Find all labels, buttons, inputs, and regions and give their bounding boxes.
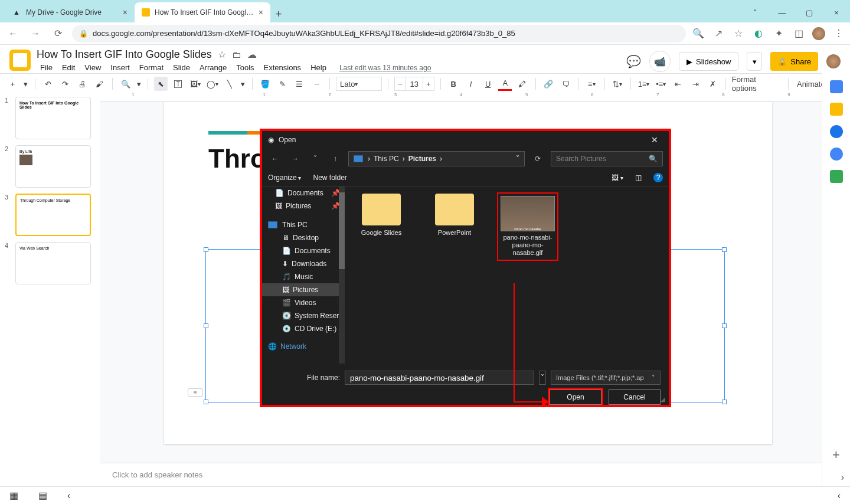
explore-collapse[interactable]: ‹ xyxy=(838,490,841,501)
tree-pictures2[interactable]: 🖼 Pictures xyxy=(262,283,345,296)
folder-google-slides[interactable]: Google Slides xyxy=(352,194,411,237)
resize-handle[interactable] xyxy=(722,400,727,404)
recent-dropdown[interactable]: ˅ xyxy=(308,152,322,166)
extension-icon[interactable]: ◐ xyxy=(752,27,765,40)
border-weight-button[interactable]: ☰ xyxy=(293,77,306,91)
folder-powerpoint[interactable]: PowerPoint xyxy=(425,194,484,237)
file-gif-selected[interactable]: Pano mo nasabe pano-mo-nasabi-paano-mo-n… xyxy=(498,194,557,260)
file-type-filter[interactable]: Image Files (*.tif;*.jfif;*.pjp;*.ap˅ xyxy=(551,371,661,385)
share-button[interactable]: 🔒 Share xyxy=(770,52,818,71)
tree-documents[interactable]: 📄 Documents 📌 xyxy=(262,186,345,199)
line-tool[interactable]: ╲ xyxy=(223,77,237,91)
resize-handle[interactable] xyxy=(722,323,727,328)
chevron-down-icon[interactable]: ˅ xyxy=(516,155,519,163)
increase-indent-button[interactable]: ⇥ xyxy=(688,77,702,91)
slides-logo[interactable] xyxy=(9,50,31,71)
help-icon[interactable]: ? xyxy=(653,173,663,182)
tree-documents2[interactable]: 📄 Documents xyxy=(262,244,345,257)
close-icon[interactable]: ✕ xyxy=(646,135,663,145)
search-input[interactable]: Search Pictures 🔍 xyxy=(551,151,663,166)
new-tab-button[interactable]: + xyxy=(270,6,287,22)
file-name-input[interactable] xyxy=(345,371,534,385)
close-icon[interactable]: × xyxy=(259,8,263,17)
slide-thumbnail-3[interactable]: Through Computer Storage xyxy=(15,194,91,236)
tree-this-pc[interactable]: This PC xyxy=(262,218,345,231)
forward-button[interactable]: → xyxy=(27,25,44,42)
menu-file[interactable]: File xyxy=(37,62,56,73)
clear-formatting-button[interactable]: ✗ xyxy=(706,77,720,91)
tree-system-reserved[interactable]: 💽 System Reserved xyxy=(262,309,345,322)
browser-tab-drive[interactable]: ▲ My Drive - Google Drive × xyxy=(5,2,135,22)
meet-icon[interactable]: 📹 xyxy=(649,51,671,72)
menu-view[interactable]: View xyxy=(81,62,104,73)
star-icon[interactable]: ☆ xyxy=(218,49,226,60)
line-dropdown[interactable]: ▾ xyxy=(240,77,246,91)
browser-tab-slides[interactable]: How To Insert GIF Into Google Sl × xyxy=(135,2,270,22)
chevron-down-icon[interactable]: ˅ xyxy=(741,2,769,22)
menu-tools[interactable]: Tools xyxy=(233,62,257,73)
refresh-button[interactable]: ⟳ xyxy=(531,152,545,166)
speaker-notes[interactable]: Click to add speaker notes xyxy=(100,463,822,486)
add-comment-button[interactable]: 🗨 xyxy=(559,77,573,91)
font-family-select[interactable]: Lato xyxy=(336,77,382,91)
undo-button[interactable]: ↶ xyxy=(41,77,55,91)
view-button[interactable]: 🖼 xyxy=(612,174,623,182)
decrease-indent-button[interactable]: ⇤ xyxy=(671,77,685,91)
open-button[interactable]: Open xyxy=(550,390,601,405)
fill-color-button[interactable]: 🪣 xyxy=(259,77,272,91)
slideshow-button[interactable]: ▶ Slideshow xyxy=(679,52,738,71)
back-button[interactable]: ← xyxy=(268,152,282,166)
tree-network[interactable]: 🌐 Network xyxy=(262,340,345,353)
shape-tool[interactable]: ◯ xyxy=(206,77,220,91)
extensions-icon[interactable]: ✦ xyxy=(772,27,785,40)
highlight-button[interactable]: 🖍 xyxy=(515,77,529,91)
tree-music[interactable]: 🎵 Music xyxy=(262,270,345,283)
slide-thumbnail-4[interactable]: Via Web Search xyxy=(15,242,91,284)
sidepanel-icon[interactable]: ◫ xyxy=(792,27,805,40)
slideshow-dropdown[interactable]: ▾ xyxy=(747,52,762,71)
menu-slide[interactable]: Slide xyxy=(169,62,194,73)
resize-grip[interactable]: ◢ xyxy=(661,396,665,402)
new-slide-button[interactable]: + xyxy=(6,77,19,91)
last-edit-text[interactable]: Last edit was 13 minutes ago xyxy=(336,63,434,73)
keep-icon[interactable] xyxy=(830,103,843,116)
contacts-icon[interactable] xyxy=(830,148,843,161)
organize-button[interactable]: Organize xyxy=(268,174,301,182)
close-icon[interactable]: × xyxy=(823,2,850,22)
reload-button[interactable]: ⟳ xyxy=(50,25,66,42)
share-icon[interactable]: ↗ xyxy=(712,27,725,40)
tasks-icon[interactable] xyxy=(830,125,843,138)
slide-thumbnail-2[interactable]: By Life xyxy=(15,145,91,188)
path-bar[interactable]: › This PC › Pictures › ˅ xyxy=(348,151,525,166)
font-size-input[interactable]: 13 xyxy=(406,77,423,91)
menu-format[interactable]: Format xyxy=(136,62,167,73)
scrollbar-thumb[interactable] xyxy=(339,192,345,269)
path-segment[interactable]: This PC xyxy=(374,155,399,163)
image-tool[interactable]: 🖼 xyxy=(188,77,202,91)
side-panel-collapse[interactable]: › xyxy=(841,472,844,483)
italic-button[interactable]: I xyxy=(464,77,478,91)
menu-insert[interactable]: Insert xyxy=(107,62,133,73)
line-spacing-button[interactable]: ⇅ xyxy=(611,77,625,91)
grid-view-icon[interactable]: ▦ xyxy=(9,490,18,501)
maps-icon[interactable] xyxy=(830,170,843,183)
collapse-filmstrip[interactable]: ‹ xyxy=(67,490,70,501)
zoom-dropdown[interactable]: ▾ xyxy=(136,77,142,91)
menu-arrange[interactable]: Arrange xyxy=(196,62,230,73)
resize-handle[interactable] xyxy=(204,400,208,404)
select-tool[interactable]: ⬉ xyxy=(154,77,168,91)
font-size-increase[interactable]: + xyxy=(423,77,434,91)
account-avatar[interactable] xyxy=(826,54,841,68)
menu-edit[interactable]: Edit xyxy=(58,62,79,73)
profile-avatar[interactable] xyxy=(812,27,825,40)
resize-handle[interactable] xyxy=(722,247,727,252)
add-addon-button[interactable]: + xyxy=(832,447,840,463)
new-slide-dropdown[interactable]: ▾ xyxy=(23,77,29,91)
slide-thumbnail-1[interactable]: How To Insert GIF Into Google Slides xyxy=(15,97,91,139)
calendar-icon[interactable] xyxy=(830,80,843,93)
up-button[interactable]: ↑ xyxy=(328,152,342,166)
textbox-tool[interactable]: 🅃 xyxy=(171,77,185,91)
path-segment[interactable]: Pictures xyxy=(408,155,436,163)
tree-desktop[interactable]: 🖥 Desktop xyxy=(262,231,345,244)
print-button[interactable]: 🖨 xyxy=(76,77,89,91)
